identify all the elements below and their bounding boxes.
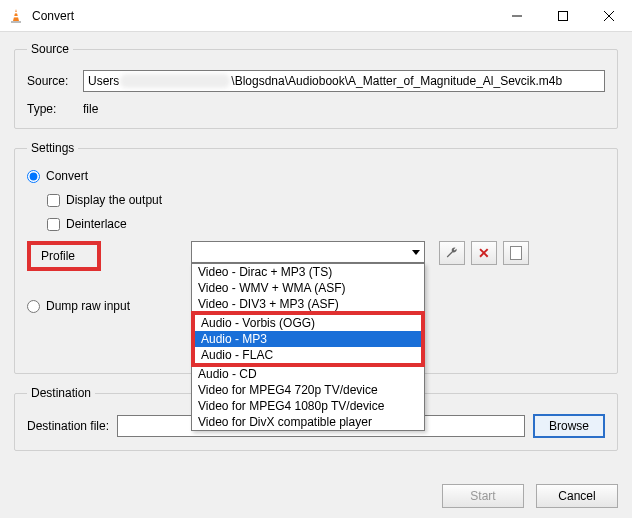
profile-combobox[interactable] [191, 241, 425, 263]
dropdown-item[interactable]: Video - DIV3 + MP3 (ASF) [192, 296, 424, 312]
source-label: Source: [27, 74, 83, 88]
wrench-icon [445, 246, 459, 260]
start-button[interactable]: Start [442, 484, 524, 508]
source-path-suffix: \Blogsdna\Audiobook\A_Matter_of_Magnitud… [231, 74, 562, 88]
window-title: Convert [32, 9, 74, 23]
dropdown-highlight: Audio - Vorbis (OGG) Audio - MP3 Audio -… [191, 311, 425, 367]
type-label: Type: [27, 102, 83, 116]
svg-rect-5 [559, 11, 568, 20]
edit-profile-button[interactable] [439, 241, 465, 265]
cancel-button[interactable]: Cancel [536, 484, 618, 508]
display-output-checkbox[interactable] [47, 194, 60, 207]
dropdown-item[interactable]: Video - WMV + WMA (ASF) [192, 280, 424, 296]
vlc-icon [8, 8, 24, 24]
profile-label-highlight: Profile [27, 241, 101, 271]
dropdown-item[interactable]: Video for MPEG4 720p TV/device [192, 382, 424, 398]
settings-group: Settings Convert Display the output Dein… [14, 141, 618, 374]
dialog-footer: Start Cancel [442, 484, 618, 508]
deinterlace-checkbox[interactable] [47, 218, 60, 231]
profile-label: Profile [41, 249, 75, 263]
browse-button[interactable]: Browse [533, 414, 605, 438]
source-path-prefix: Users [88, 74, 119, 88]
chevron-down-icon [412, 250, 420, 255]
source-input[interactable]: Users \Blogsdna\Audiobook\A_Matter_of_Ma… [83, 70, 605, 92]
titlebar: Convert [0, 0, 632, 32]
profile-dropdown: Video - Dirac + MP3 (TS) Video - WMV + W… [191, 263, 425, 431]
minimize-button[interactable] [494, 0, 540, 32]
new-profile-icon [510, 246, 522, 260]
dump-raw-radio[interactable] [27, 300, 40, 313]
svg-rect-1 [11, 21, 21, 23]
convert-label: Convert [46, 169, 88, 183]
display-output-label: Display the output [66, 193, 162, 207]
dump-raw-label: Dump raw input [46, 299, 130, 313]
destination-legend: Destination [27, 386, 95, 400]
dropdown-item[interactable]: Video - Dirac + MP3 (TS) [192, 264, 424, 280]
dropdown-item[interactable]: Audio - CD [192, 366, 424, 382]
deinterlace-label: Deinterlace [66, 217, 127, 231]
type-value: file [83, 102, 98, 116]
close-button[interactable] [586, 0, 632, 32]
delete-profile-button[interactable]: ✕ [471, 241, 497, 265]
dropdown-item[interactable]: Audio - FLAC [195, 347, 421, 363]
delete-icon: ✕ [478, 245, 490, 261]
new-profile-button[interactable] [503, 241, 529, 265]
redacted-segment [120, 74, 230, 88]
dropdown-item[interactable]: Audio - Vorbis (OGG) [195, 315, 421, 331]
convert-radio[interactable] [27, 170, 40, 183]
settings-legend: Settings [27, 141, 78, 155]
svg-rect-3 [13, 16, 18, 17]
source-group: Source Source: Users \Blogsdna\Audiobook… [14, 42, 618, 129]
svg-rect-2 [14, 12, 18, 13]
destination-file-label: Destination file: [27, 419, 109, 433]
maximize-button[interactable] [540, 0, 586, 32]
svg-marker-0 [13, 9, 19, 21]
dropdown-item-selected[interactable]: Audio - MP3 [195, 331, 421, 347]
source-legend: Source [27, 42, 73, 56]
dropdown-item[interactable]: Video for DivX compatible player [192, 414, 424, 430]
dropdown-item[interactable]: Video for MPEG4 1080p TV/device [192, 398, 424, 414]
window-controls [494, 0, 632, 32]
